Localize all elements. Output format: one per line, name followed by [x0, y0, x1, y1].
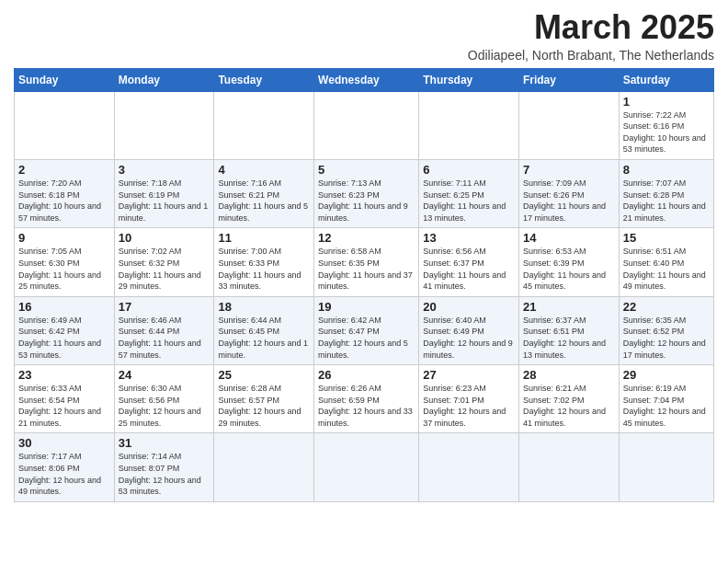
day-info: Sunrise: 6:42 AMSunset: 6:47 PMDaylight:… — [318, 315, 415, 361]
day-number: 28 — [523, 368, 615, 382]
day-info: Sunrise: 7:11 AMSunset: 6:25 PMDaylight:… — [423, 178, 515, 224]
table-row: 13Sunrise: 6:56 AMSunset: 6:37 PMDayligh… — [419, 228, 519, 296]
table-row — [214, 433, 314, 501]
month-title: March 2025 — [468, 9, 714, 46]
table-row: 10Sunrise: 7:02 AMSunset: 6:32 PMDayligh… — [114, 228, 214, 296]
day-number: 14 — [523, 231, 615, 245]
day-number: 5 — [318, 163, 415, 177]
table-row: 29Sunrise: 6:19 AMSunset: 7:04 PMDayligh… — [619, 365, 713, 433]
table-row: 30Sunrise: 7:17 AMSunset: 8:06 PMDayligh… — [15, 433, 115, 501]
table-row: 2Sunrise: 7:20 AMSunset: 6:18 PMDaylight… — [15, 159, 115, 227]
table-row: 4Sunrise: 7:16 AMSunset: 6:21 PMDaylight… — [214, 159, 314, 227]
table-row: 18Sunrise: 6:44 AMSunset: 6:45 PMDayligh… — [214, 296, 314, 364]
day-info: Sunrise: 6:49 AMSunset: 6:42 PMDaylight:… — [18, 315, 110, 361]
table-row: 19Sunrise: 6:42 AMSunset: 6:47 PMDayligh… — [314, 296, 419, 364]
table-row: 3Sunrise: 7:18 AMSunset: 6:19 PMDaylight… — [114, 159, 214, 227]
table-row: 14Sunrise: 6:53 AMSunset: 6:39 PMDayligh… — [518, 228, 619, 296]
day-info: Sunrise: 6:33 AMSunset: 6:54 PMDaylight:… — [18, 383, 110, 429]
page-header: General Blue March 2025 Odiliapeel, Nort… — [14, 9, 714, 63]
day-number: 3 — [119, 163, 210, 177]
table-row: 6Sunrise: 7:11 AMSunset: 6:25 PMDaylight… — [419, 159, 519, 227]
day-info: Sunrise: 6:56 AMSunset: 6:37 PMDaylight:… — [423, 246, 515, 292]
day-number: 9 — [18, 231, 110, 245]
table-row: 1Sunrise: 7:22 AMSunset: 6:16 PMDaylight… — [619, 91, 713, 159]
table-row: 21Sunrise: 6:37 AMSunset: 6:51 PMDayligh… — [518, 296, 619, 364]
day-info: Sunrise: 7:22 AMSunset: 6:16 PMDaylight:… — [623, 109, 710, 155]
day-info: Sunrise: 6:40 AMSunset: 6:49 PMDaylight:… — [423, 315, 515, 361]
day-number: 11 — [218, 231, 310, 245]
table-row — [214, 91, 314, 159]
day-info: Sunrise: 6:44 AMSunset: 6:45 PMDaylight:… — [218, 315, 310, 361]
col-friday: Friday — [518, 68, 619, 91]
day-number: 31 — [119, 436, 210, 450]
table-row: 8Sunrise: 7:07 AMSunset: 6:28 PMDaylight… — [619, 159, 713, 227]
day-number: 24 — [119, 368, 210, 382]
day-info: Sunrise: 6:35 AMSunset: 6:52 PMDaylight:… — [623, 315, 710, 361]
col-wednesday: Wednesday — [314, 68, 419, 91]
day-number: 26 — [318, 368, 415, 382]
table-row: 20Sunrise: 6:40 AMSunset: 6:49 PMDayligh… — [419, 296, 519, 364]
table-row: 23Sunrise: 6:33 AMSunset: 6:54 PMDayligh… — [15, 365, 115, 433]
day-number: 1 — [623, 95, 710, 109]
day-number: 8 — [623, 163, 710, 177]
day-info: Sunrise: 7:14 AMSunset: 8:07 PMDaylight:… — [119, 451, 210, 497]
day-info: Sunrise: 6:46 AMSunset: 6:44 PMDaylight:… — [119, 315, 210, 361]
day-info: Sunrise: 6:51 AMSunset: 6:40 PMDaylight:… — [623, 246, 710, 292]
day-info: Sunrise: 7:09 AMSunset: 6:26 PMDaylight:… — [523, 178, 615, 224]
day-number: 29 — [623, 368, 710, 382]
calendar-week-row: 2Sunrise: 7:20 AMSunset: 6:18 PMDaylight… — [15, 159, 714, 227]
day-info: Sunrise: 7:13 AMSunset: 6:23 PMDaylight:… — [318, 178, 415, 224]
day-info: Sunrise: 6:37 AMSunset: 6:51 PMDaylight:… — [523, 315, 615, 361]
calendar-header-row: Sunday Monday Tuesday Wednesday Thursday… — [15, 68, 714, 91]
title-area: March 2025 Odiliapeel, North Brabant, Th… — [468, 9, 714, 63]
table-row — [15, 91, 115, 159]
day-number: 21 — [523, 300, 615, 314]
day-number: 7 — [523, 163, 615, 177]
day-info: Sunrise: 7:17 AMSunset: 8:06 PMDaylight:… — [18, 451, 110, 497]
table-row: 28Sunrise: 6:21 AMSunset: 7:02 PMDayligh… — [518, 365, 619, 433]
table-row — [518, 433, 619, 501]
table-row — [114, 91, 214, 159]
calendar-week-row: 9Sunrise: 7:05 AMSunset: 6:30 PMDaylight… — [15, 228, 714, 296]
calendar-week-row: 16Sunrise: 6:49 AMSunset: 6:42 PMDayligh… — [15, 296, 714, 364]
table-row — [314, 433, 419, 501]
calendar-week-row: 30Sunrise: 7:17 AMSunset: 8:06 PMDayligh… — [15, 433, 714, 501]
day-info: Sunrise: 6:19 AMSunset: 7:04 PMDaylight:… — [623, 383, 710, 429]
calendar-week-row: 1Sunrise: 7:22 AMSunset: 6:16 PMDaylight… — [15, 91, 714, 159]
day-number: 2 — [18, 163, 110, 177]
table-row: 27Sunrise: 6:23 AMSunset: 7:01 PMDayligh… — [419, 365, 519, 433]
day-info: Sunrise: 7:00 AMSunset: 6:33 PMDaylight:… — [218, 246, 310, 292]
day-number: 22 — [623, 300, 710, 314]
day-number: 25 — [218, 368, 310, 382]
day-number: 16 — [18, 300, 110, 314]
day-number: 17 — [119, 300, 210, 314]
table-row: 7Sunrise: 7:09 AMSunset: 6:26 PMDaylight… — [518, 159, 619, 227]
table-row: 25Sunrise: 6:28 AMSunset: 6:57 PMDayligh… — [214, 365, 314, 433]
table-row: 11Sunrise: 7:00 AMSunset: 6:33 PMDayligh… — [214, 228, 314, 296]
table-row — [419, 433, 519, 501]
day-number: 13 — [423, 231, 515, 245]
table-row — [619, 433, 713, 501]
day-info: Sunrise: 6:28 AMSunset: 6:57 PMDaylight:… — [218, 383, 310, 429]
table-row: 31Sunrise: 7:14 AMSunset: 8:07 PMDayligh… — [114, 433, 214, 501]
table-row: 12Sunrise: 6:58 AMSunset: 6:35 PMDayligh… — [314, 228, 419, 296]
table-row — [314, 91, 419, 159]
col-saturday: Saturday — [619, 68, 713, 91]
day-number: 6 — [423, 163, 515, 177]
day-number: 4 — [218, 163, 310, 177]
table-row: 5Sunrise: 7:13 AMSunset: 6:23 PMDaylight… — [314, 159, 419, 227]
col-monday: Monday — [114, 68, 214, 91]
day-number: 15 — [623, 231, 710, 245]
day-info: Sunrise: 7:05 AMSunset: 6:30 PMDaylight:… — [18, 246, 110, 292]
day-info: Sunrise: 6:30 AMSunset: 6:56 PMDaylight:… — [119, 383, 210, 429]
day-number: 18 — [218, 300, 310, 314]
day-number: 30 — [18, 436, 110, 450]
col-tuesday: Tuesday — [214, 68, 314, 91]
table-row: 26Sunrise: 6:26 AMSunset: 6:59 PMDayligh… — [314, 365, 419, 433]
day-number: 19 — [318, 300, 415, 314]
table-row: 22Sunrise: 6:35 AMSunset: 6:52 PMDayligh… — [619, 296, 713, 364]
day-number: 27 — [423, 368, 515, 382]
day-info: Sunrise: 6:26 AMSunset: 6:59 PMDaylight:… — [318, 383, 415, 429]
day-info: Sunrise: 7:16 AMSunset: 6:21 PMDaylight:… — [218, 178, 310, 224]
day-number: 23 — [18, 368, 110, 382]
